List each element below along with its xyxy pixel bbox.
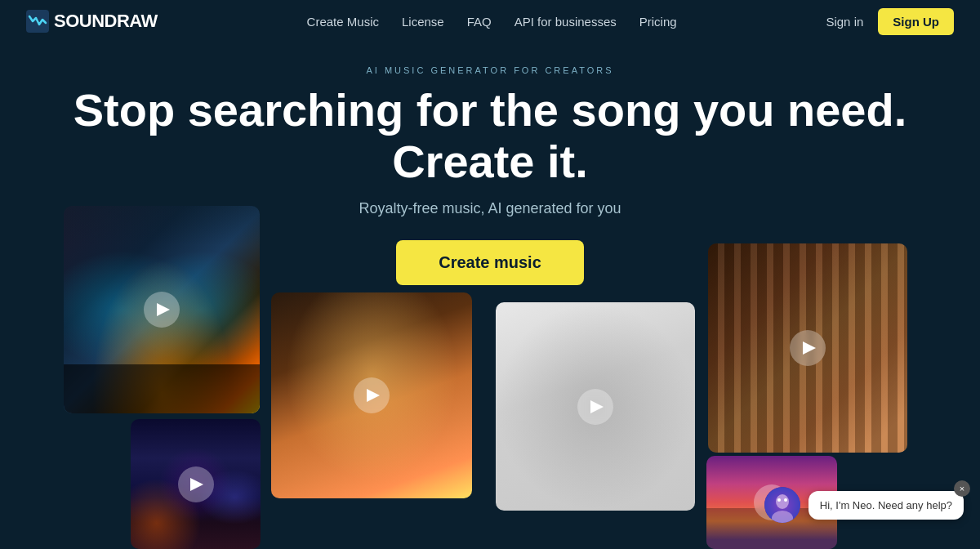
hero-title: Stop searching for the song you need. Cr… xyxy=(0,85,980,187)
svg-point-4 xyxy=(777,498,781,502)
nav-actions: Sign in Sign Up xyxy=(826,8,954,35)
thumbnail-city[interactable] xyxy=(131,419,261,549)
hero-description: Royalty-free music, AI generated for you xyxy=(0,200,980,217)
thumbnail-dancer[interactable] xyxy=(496,302,695,511)
hero-eyebrow: AI MUSIC GENERATOR FOR CREATORS xyxy=(0,65,980,75)
hero-title-line1: Stop searching for the song you need. xyxy=(74,84,907,136)
chat-bubble-container: × Hi, I'm Neo. Need any help? xyxy=(764,487,964,523)
play-button-city[interactable] xyxy=(178,466,214,502)
svg-point-2 xyxy=(776,494,789,509)
play-button-dancer[interactable] xyxy=(577,389,613,425)
play-button-piano[interactable] xyxy=(790,330,826,366)
nav-api[interactable]: API for businesses xyxy=(514,15,617,29)
nav-pricing[interactable]: Pricing xyxy=(639,15,677,29)
nav-license[interactable]: License xyxy=(402,15,444,29)
chat-avatar: × xyxy=(764,487,800,523)
neo-avatar-icon xyxy=(764,487,800,523)
brand-name: SOUNDRAW xyxy=(54,11,158,32)
navigation: SOUNDRAW Create Music License FAQ API fo… xyxy=(0,0,980,42)
logo-icon xyxy=(26,10,49,33)
chat-widget: × Hi, I'm Neo. Need any help? xyxy=(764,487,964,523)
svg-point-5 xyxy=(784,498,787,502)
create-music-button[interactable]: Create music xyxy=(396,240,584,285)
hero-section: AI MUSIC GENERATOR FOR CREATORS Stop sea… xyxy=(0,42,980,305)
nav-create-music[interactable]: Create Music xyxy=(307,15,379,29)
hero-title-line2: Create it. xyxy=(392,136,588,187)
nav-links: Create Music License FAQ API for busines… xyxy=(307,15,677,29)
sign-in-link[interactable]: Sign in xyxy=(826,15,863,29)
nav-faq[interactable]: FAQ xyxy=(467,15,492,29)
brand-logo[interactable]: SOUNDRAW xyxy=(26,10,158,33)
thumbnail-disco[interactable] xyxy=(271,292,472,498)
chat-message-text: Hi, I'm Neo. Need any help? xyxy=(808,491,964,520)
play-button-disco[interactable] xyxy=(354,377,390,413)
sign-up-button[interactable]: Sign Up xyxy=(878,8,954,35)
